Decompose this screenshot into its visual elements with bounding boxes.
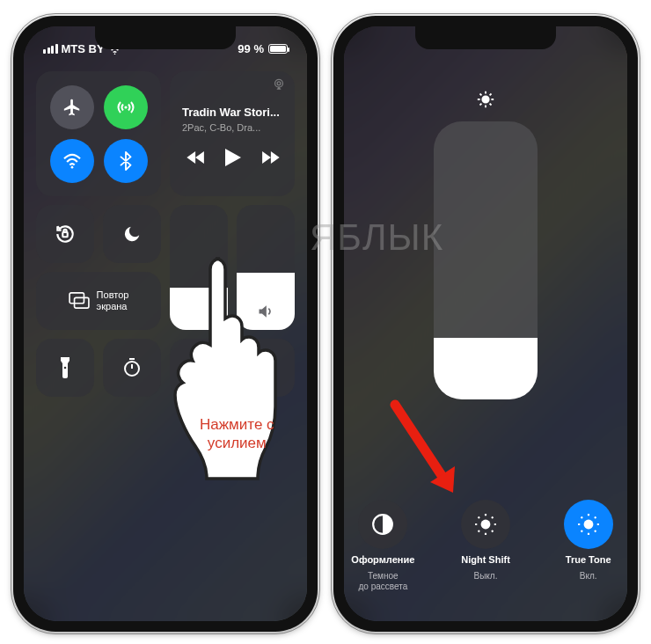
truetone-icon bbox=[577, 513, 600, 536]
bluetooth-icon bbox=[120, 151, 132, 171]
brightness-big-slider[interactable] bbox=[434, 121, 538, 399]
airplane-toggle[interactable] bbox=[50, 85, 94, 129]
cc-grid: Tradin War Stori... 2Pac, C-Bo, Dra... bbox=[24, 61, 307, 407]
appearance-label: Оформление bbox=[351, 554, 414, 566]
mirror-line2: экрана bbox=[97, 301, 129, 312]
notch bbox=[415, 26, 556, 49]
svg-point-15 bbox=[195, 370, 197, 372]
svg-point-2 bbox=[70, 165, 73, 168]
brightness-slider[interactable] bbox=[170, 205, 228, 330]
connectivity-module bbox=[36, 71, 161, 196]
nightshift-icon bbox=[474, 513, 497, 536]
wifi-toggle[interactable] bbox=[50, 139, 94, 183]
svg-point-1 bbox=[124, 106, 127, 108]
volume-icon bbox=[257, 304, 274, 319]
appearance-toggle[interactable] bbox=[358, 500, 407, 549]
appearance-icon bbox=[371, 513, 394, 536]
dnd-toggle[interactable] bbox=[103, 205, 161, 263]
right-screen: Оформление Темноедо рассвета Night Shift… bbox=[344, 26, 627, 621]
svg-rect-11 bbox=[194, 361, 203, 364]
screen-mirroring-button[interactable]: Повтор экрана bbox=[36, 272, 161, 330]
notch bbox=[95, 26, 236, 49]
calculator-icon bbox=[191, 357, 207, 378]
timer-icon bbox=[121, 357, 143, 378]
signal-bars-icon bbox=[43, 44, 58, 54]
svg-point-13 bbox=[198, 367, 200, 369]
brightness-detail: Оформление Темноедо рассвета Night Shift… bbox=[344, 26, 627, 621]
flashlight-button[interactable] bbox=[36, 339, 94, 397]
battery-icon bbox=[268, 44, 288, 54]
svg-point-16 bbox=[198, 370, 200, 372]
svg-point-0 bbox=[113, 53, 115, 54]
camera-button[interactable] bbox=[237, 339, 295, 397]
timer-button[interactable] bbox=[103, 339, 161, 397]
truetone-toggle[interactable] bbox=[564, 500, 613, 549]
svg-point-17 bbox=[201, 370, 203, 372]
appearance-sub: Темноедо рассвета bbox=[358, 571, 407, 591]
svg-point-4 bbox=[275, 79, 283, 87]
svg-point-8 bbox=[64, 367, 67, 370]
airplay-icon bbox=[272, 78, 286, 91]
rotation-lock-icon bbox=[54, 223, 77, 245]
moon-icon bbox=[122, 224, 142, 244]
prev-track-icon[interactable] bbox=[187, 150, 206, 165]
sun-icon bbox=[476, 90, 495, 109]
mirror-icon bbox=[69, 292, 90, 310]
svg-point-19 bbox=[482, 96, 488, 102]
red-arrow-icon bbox=[386, 399, 465, 505]
wifi-icon bbox=[62, 153, 82, 169]
music-module[interactable]: Tradin War Stori... 2Pac, C-Bo, Dra... bbox=[170, 71, 295, 196]
svg-point-21 bbox=[481, 519, 491, 529]
next-track-icon[interactable] bbox=[260, 150, 280, 165]
svg-point-14 bbox=[201, 367, 203, 369]
press-hint: Нажмите сусилием bbox=[200, 415, 274, 453]
truetone-sub: Вкл. bbox=[580, 571, 597, 582]
right-phone: Оформление Темноедо рассвета Night Shift… bbox=[333, 16, 638, 632]
bluetooth-toggle[interactable] bbox=[104, 139, 148, 183]
cellular-icon bbox=[115, 97, 136, 118]
mirror-line1: Повтор bbox=[97, 289, 129, 301]
nightshift-sub: Выкл. bbox=[474, 571, 498, 582]
display-options: Оформление Темноедо рассвета Night Shift… bbox=[344, 500, 627, 591]
svg-point-12 bbox=[195, 367, 197, 369]
calculator-button[interactable] bbox=[170, 339, 228, 397]
music-subtitle: 2Pac, C-Bo, Dra... bbox=[182, 122, 284, 133]
truetone-label: True Tone bbox=[566, 554, 611, 566]
orientation-lock-toggle[interactable] bbox=[36, 205, 94, 263]
battery-pct: 99 % bbox=[238, 42, 264, 55]
left-screen: MTS BY 99 % bbox=[24, 26, 307, 621]
play-icon[interactable] bbox=[225, 149, 241, 166]
nightshift-toggle[interactable] bbox=[461, 500, 510, 549]
svg-point-22 bbox=[583, 519, 593, 529]
camera-icon bbox=[254, 359, 277, 377]
svg-rect-5 bbox=[62, 232, 67, 237]
svg-point-3 bbox=[277, 82, 281, 85]
cellular-toggle[interactable] bbox=[104, 85, 148, 129]
left-phone: MTS BY 99 % bbox=[13, 16, 318, 632]
volume-slider[interactable] bbox=[237, 205, 295, 330]
flashlight-icon bbox=[59, 357, 71, 378]
svg-point-18 bbox=[262, 365, 270, 373]
airplane-icon bbox=[62, 98, 82, 117]
nightshift-label: Night Shift bbox=[461, 554, 510, 566]
music-title: Tradin War Stori... bbox=[182, 106, 284, 119]
phones-row: MTS BY 99 % bbox=[0, 0, 651, 644]
control-center: MTS BY 99 % bbox=[24, 26, 307, 621]
